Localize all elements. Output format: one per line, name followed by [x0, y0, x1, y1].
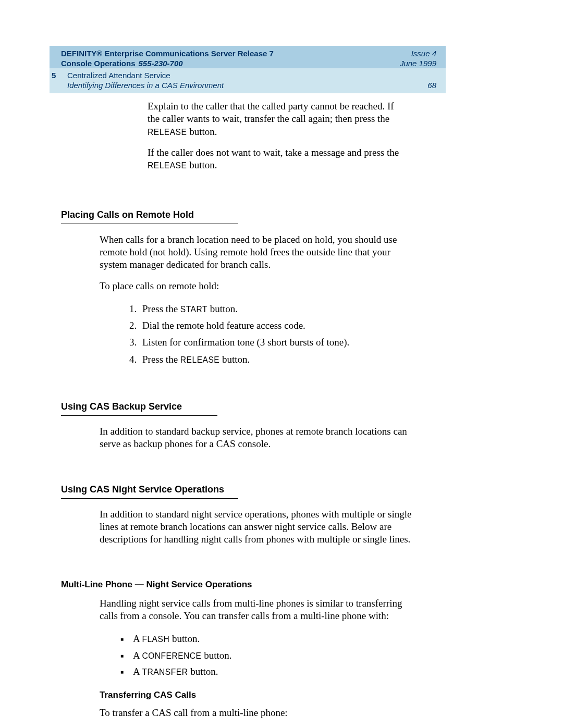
doc-header-band: DEFINITY® Enterprise Communications Serv…: [50, 46, 446, 71]
section-backup: Using CAS Backup Service In addition to …: [61, 382, 415, 451]
text: A: [133, 666, 142, 677]
release-button-label: RELEASE: [180, 355, 219, 364]
text: Explain to the caller that the called pa…: [148, 101, 394, 124]
list-item: Press the START button.: [139, 301, 415, 317]
page-number: 68: [427, 80, 436, 90]
doc-issue: Issue 4: [400, 49, 436, 59]
text: button.: [207, 303, 238, 314]
night-p1: In addition to standard night service op…: [100, 508, 418, 546]
doc-title-line2: Console Operations555-230-700: [61, 59, 274, 69]
list-item: Press the RELEASE button.: [139, 351, 415, 368]
page: DEFINITY® Enterprise Communications Serv…: [0, 0, 563, 728]
remote-hold-steps: Press the START button. Dial the remote …: [139, 301, 415, 368]
section-title-crumb: Identifying Differences in a CAS Environ…: [67, 80, 439, 90]
flash-button-label: FLASH: [142, 635, 169, 644]
section-rule: [61, 498, 238, 499]
multiline-bullets: A FLASH button. A CONFERENCE button. A T…: [120, 631, 415, 680]
section-rule: [61, 415, 217, 416]
text: button.: [219, 354, 250, 365]
doc-subheader-band: 5 Centralized Attendant Service Identify…: [50, 68, 446, 93]
start-button-label: START: [180, 305, 207, 314]
list-item: A FLASH button.: [120, 631, 415, 647]
list-item: A TRANSFER button.: [120, 663, 415, 680]
remote-hold-p2: To place calls on remote hold:: [100, 280, 418, 292]
section-multiline: Multi-Line Phone — Night Service Operati…: [61, 561, 415, 728]
section-remote-hold: Placing Calls on Remote Hold When calls …: [61, 191, 415, 368]
release-button-label: RELEASE: [148, 128, 187, 137]
doc-title-line2-text: Console Operations: [61, 59, 136, 68]
intro-paragraph-1: Explain to the caller that the called pa…: [148, 100, 403, 138]
release-button-label: RELEASE: [148, 161, 187, 170]
page-body: Explain to the caller that the called pa…: [61, 100, 415, 728]
multiline-p1: Handling night service calls from multi-…: [100, 597, 418, 623]
list-item: A CONFERENCE button.: [120, 647, 415, 663]
transfer-button-label: TRANSFER: [142, 668, 188, 676]
text: button.: [188, 666, 218, 677]
list-item: Listen for confirmation tone (3 short bu…: [139, 334, 415, 351]
text: Press the: [142, 354, 180, 365]
doc-header-right: Issue 4 June 1999: [400, 49, 436, 69]
section-heading-multiline: Multi-Line Phone — Night Service Operati…: [61, 579, 252, 592]
subsection-heading-transfer: Transferring CAS Calls: [100, 690, 415, 700]
text: button.: [187, 126, 217, 137]
section-heading-remote-hold: Placing Calls on Remote Hold: [61, 209, 194, 223]
text: A: [133, 650, 142, 661]
doc-date: June 1999: [400, 59, 436, 69]
section-night: Using CAS Night Service Operations In ad…: [61, 465, 415, 546]
intro-paragraph-2: If the caller does not want to wait, tak…: [148, 146, 403, 172]
section-rule: [61, 224, 238, 224]
chapter-lines: Centralized Attendant Service Identifyin…: [67, 70, 439, 90]
text: button.: [169, 633, 200, 644]
doc-header-left: DEFINITY® Enterprise Communications Serv…: [61, 49, 274, 69]
backup-p1: In addition to standard backup service, …: [100, 425, 418, 451]
text: If the caller does not want to wait, tak…: [148, 147, 399, 158]
section-heading-backup: Using CAS Backup Service: [61, 401, 182, 414]
list-item: Dial the remote hold feature access code…: [139, 317, 415, 334]
text: button.: [187, 159, 217, 170]
chapter-title: Centralized Attendant Service: [67, 70, 439, 80]
remote-hold-p1: When calls for a branch location need to…: [100, 233, 418, 272]
text: A: [133, 633, 142, 644]
conference-button-label: CONFERENCE: [142, 651, 201, 660]
chapter-number: 5: [52, 70, 56, 80]
doc-title-line1: DEFINITY® Enterprise Communications Serv…: [61, 49, 274, 59]
doc-number: 555-230-700: [139, 59, 183, 68]
transfer-p1: To transfer a CAS call from a multi-line…: [100, 707, 418, 719]
section-heading-night: Using CAS Night Service Operations: [61, 484, 224, 497]
text: button.: [202, 650, 232, 661]
text: Press the: [142, 303, 180, 314]
